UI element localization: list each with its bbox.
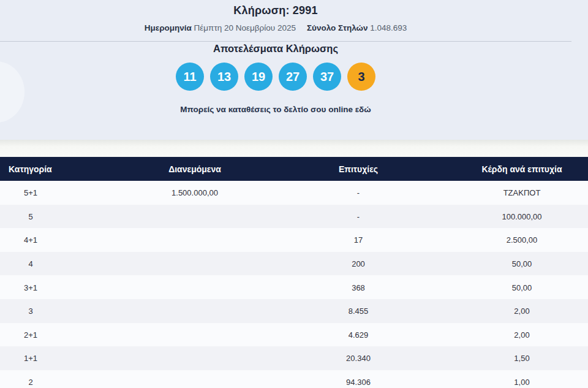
cell-prize: ΤΖΑΚΠΟΤ	[503, 188, 541, 197]
cell-category: 4+1	[24, 235, 37, 245]
results-title: Αποτελέσματα Κλήρωσης	[0, 43, 551, 55]
cell-prize: 50,00	[512, 259, 532, 268]
cell-winners: 4.629	[349, 330, 369, 339]
cell-prize: 2,00	[514, 330, 529, 339]
header-cell-distributed: Διανεμόμενα	[168, 164, 221, 174]
table-row: 4+1 17 2.500,00	[0, 228, 588, 252]
table-row: 1+1 20.340 1,50	[0, 346, 588, 370]
bonus-ball-value: 3	[358, 70, 364, 84]
date-label: Ημερομηνία	[145, 23, 192, 32]
table-row: 3 8.455 2,00	[0, 299, 588, 323]
header-cell-winners: Επιτυχίες	[339, 164, 378, 174]
table-row: 3+1 368 50,00	[0, 275, 588, 299]
number-ball-3: 19	[244, 63, 273, 91]
section-spacer	[0, 140, 588, 157]
table-row: 2+1 4.629 2,00	[0, 323, 588, 347]
cell-winners: -	[357, 211, 360, 221]
cell-category: 2+1	[24, 330, 37, 339]
number-ball-1-value: 11	[183, 70, 196, 84]
cell-prize: 100.000,00	[502, 211, 541, 221]
table-row: 5 - 100.000,00	[0, 205, 588, 229]
header-cell-prize: Κέρδη ανά επιτυχία	[481, 164, 562, 174]
prize-table-header: Κατηγορία Διανεμόμενα Επιτυχίες Κέρδη αν…	[0, 157, 588, 181]
deposit-online-link[interactable]: Μπορείς να καταθέσεις το δελτίο σου onli…	[180, 105, 371, 114]
cell-winners: 17	[354, 235, 363, 245]
winning-numbers-row: 11 13 19 27 37 3	[0, 63, 551, 91]
cell-category: 5	[28, 211, 32, 221]
table-row: 5+1 1.500.000,00 - ΤΖΑΚΠΟΤ	[0, 181, 588, 205]
cell-prize: 1,00	[514, 378, 529, 387]
number-ball-4: 27	[279, 63, 307, 91]
cell-distributed: 1.500.000,00	[172, 188, 218, 197]
bonus-ball: 3	[347, 63, 375, 91]
draw-meta-line: Ημερομηνία Πέμπτη 20 Νοεμβρίου 2025Σύνολ…	[0, 23, 551, 32]
number-ball-5-value: 37	[320, 70, 334, 84]
table-row: 4 200 50,00	[0, 252, 588, 276]
cell-winners: 8.455	[349, 306, 369, 316]
cell-winners: 94.306	[346, 378, 371, 387]
total-columns: Σύνολο Στηλών 1.048.693	[307, 23, 407, 32]
number-ball-5: 37	[313, 63, 341, 91]
cell-category: 3	[28, 306, 32, 316]
cell-category: 3+1	[24, 283, 37, 292]
table-row: 2 94.306 1,00	[0, 370, 588, 388]
number-ball-2-value: 13	[217, 70, 231, 84]
cell-prize: 1,50	[514, 354, 529, 363]
draw-date: Ημερομηνία Πέμπτη 20 Νοεμβρίου 2025	[145, 23, 296, 32]
cell-category: 1+1	[24, 354, 37, 363]
cell-prize: 2,00	[514, 306, 529, 316]
date-value: Πέμπτη 20 Νοεμβρίου 2025	[194, 23, 296, 32]
cell-category: 4	[28, 259, 32, 268]
number-ball-3-value: 19	[252, 70, 265, 84]
total-columns-value: 1.048.693	[370, 23, 407, 32]
cell-prize: 50,00	[512, 283, 532, 292]
draw-title: Κλήρωση: 2991	[0, 0, 551, 17]
cell-winners: -	[357, 188, 360, 197]
cell-category: 5+1	[24, 188, 37, 197]
cell-prize: 2.500,00	[507, 235, 538, 245]
header-cell-category: Κατηγορία	[9, 164, 52, 174]
number-ball-4-value: 27	[286, 70, 300, 84]
number-ball-2: 13	[210, 63, 238, 91]
draw-header-section: Κλήρωση: 2991 Ημερομηνία Πέμπτη 20 Νοεμβ…	[0, 0, 588, 140]
cell-winners: 200	[352, 259, 365, 268]
prize-table: Κατηγορία Διανεμόμενα Επιτυχίες Κέρδη αν…	[0, 157, 588, 388]
total-columns-label: Σύνολο Στηλών	[307, 23, 368, 32]
cell-winners: 368	[352, 283, 365, 292]
cell-category: 2	[28, 378, 32, 387]
cell-winners: 20.340	[346, 354, 371, 363]
number-ball-1: 11	[176, 63, 204, 91]
